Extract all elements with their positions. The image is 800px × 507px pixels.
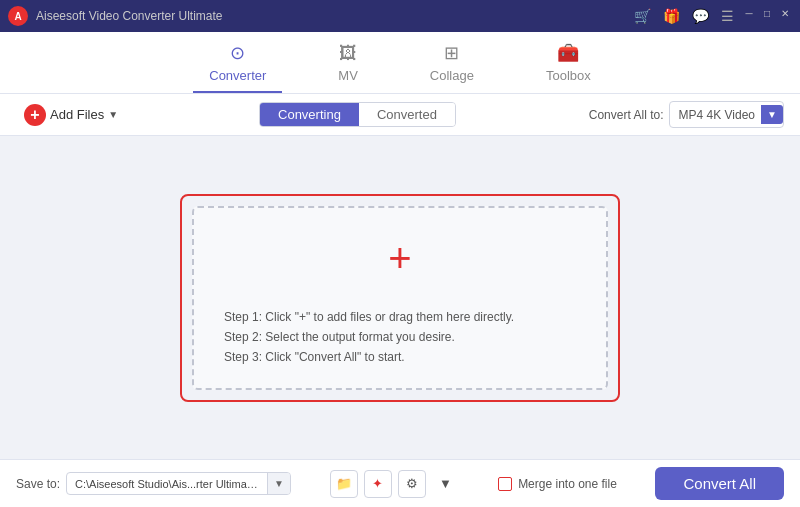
format-dropdown-arrow: ▼ xyxy=(761,105,783,124)
drop-zone-outer: + Step 1: Click "+" to add files or drag… xyxy=(180,194,620,402)
tab-collage-label: Collage xyxy=(430,68,474,83)
tab-mv-label: MV xyxy=(338,68,358,83)
tab-toolbox-label: Toolbox xyxy=(546,68,591,83)
bottom-bar: Save to: C:\Aiseesoft Studio\Ais...rter … xyxy=(0,459,800,507)
add-files-button[interactable]: + Add Files ▼ xyxy=(16,100,126,130)
drop-zone-plus-icon: + xyxy=(388,238,411,278)
tab-converted[interactable]: Converted xyxy=(359,103,455,126)
bottom-tool-icons: 📁 ✦ ⚙ ▼ xyxy=(330,470,460,498)
converting-tabs: Converting Converted xyxy=(259,102,456,127)
toolbox-icon: 🧰 xyxy=(557,42,579,64)
step-2-text: Step 2: Select the output format you des… xyxy=(224,330,576,344)
title-bar: A Aiseesoft Video Converter Ultimate 🛒 🎁… xyxy=(0,0,800,32)
window-controls: 🛒 🎁 💬 ☰ ─ □ ✕ xyxy=(630,6,792,26)
save-path-field[interactable]: C:\Aiseesoft Studio\Ais...rter Ultimate\… xyxy=(66,472,291,495)
tab-mv[interactable]: 🖼 MV xyxy=(322,35,374,93)
tab-converting[interactable]: Converting xyxy=(260,103,359,126)
save-to-label: Save to: xyxy=(16,477,60,491)
format-select-dropdown[interactable]: MP4 4K Video ▼ xyxy=(669,101,784,128)
menu-icon[interactable]: ☰ xyxy=(717,6,738,26)
add-files-dropdown-arrow: ▼ xyxy=(108,109,118,120)
main-content: + Step 1: Click "+" to add files or drag… xyxy=(0,136,800,459)
merge-checkbox[interactable] xyxy=(498,477,512,491)
selected-format-label: MP4 4K Video xyxy=(678,108,755,122)
drop-zone-inner[interactable]: + Step 1: Click "+" to add files or drag… xyxy=(192,206,608,390)
nav-tabs: ⊙ Converter 🖼 MV ⊞ Collage 🧰 Toolbox xyxy=(0,32,800,94)
step-3-text: Step 3: Click "Convert All" to start. xyxy=(224,350,576,364)
save-to-section: Save to: C:\Aiseesoft Studio\Ais...rter … xyxy=(16,472,291,495)
tab-converter-label: Converter xyxy=(209,68,266,83)
save-path-dropdown-arrow[interactable]: ▼ xyxy=(267,473,290,494)
tab-toolbox[interactable]: 🧰 Toolbox xyxy=(530,34,607,93)
gift-icon[interactable]: 🎁 xyxy=(659,6,684,26)
extra-dropdown-button[interactable]: ▼ xyxy=(432,470,460,498)
chat-icon[interactable]: 💬 xyxy=(688,6,713,26)
collage-icon: ⊞ xyxy=(444,42,459,64)
app-title: Aiseesoft Video Converter Ultimate xyxy=(36,9,630,23)
add-plus-icon: + xyxy=(24,104,46,126)
convert-all-to-section: Convert All to: MP4 4K Video ▼ xyxy=(589,101,784,128)
drop-zone-steps: Step 1: Click "+" to add files or drag t… xyxy=(214,298,586,364)
maximize-button[interactable]: □ xyxy=(760,6,774,20)
close-button[interactable]: ✕ xyxy=(778,6,792,20)
step-1-text: Step 1: Click "+" to add files or drag t… xyxy=(224,310,576,324)
cart-icon[interactable]: 🛒 xyxy=(630,6,655,26)
preferences-icon-button[interactable]: ⚙ xyxy=(398,470,426,498)
converter-icon: ⊙ xyxy=(230,42,245,64)
tab-converter[interactable]: ⊙ Converter xyxy=(193,34,282,93)
convert-all-button[interactable]: Convert All xyxy=(655,467,784,500)
add-files-label: Add Files xyxy=(50,107,104,122)
convert-all-to-label: Convert All to: xyxy=(589,108,664,122)
folder-icon-button[interactable]: 📁 xyxy=(330,470,358,498)
tab-collage[interactable]: ⊞ Collage xyxy=(414,34,490,93)
mv-icon: 🖼 xyxy=(339,43,357,64)
merge-label: Merge into one file xyxy=(518,477,617,491)
minimize-button[interactable]: ─ xyxy=(742,6,756,20)
app-logo: A xyxy=(8,6,28,26)
toolbar: + Add Files ▼ Converting Converted Conve… xyxy=(0,94,800,136)
merge-section: Merge into one file xyxy=(498,477,617,491)
save-path-text: C:\Aiseesoft Studio\Ais...rter Ultimate\… xyxy=(67,474,267,494)
settings-icon-button[interactable]: ✦ xyxy=(364,470,392,498)
